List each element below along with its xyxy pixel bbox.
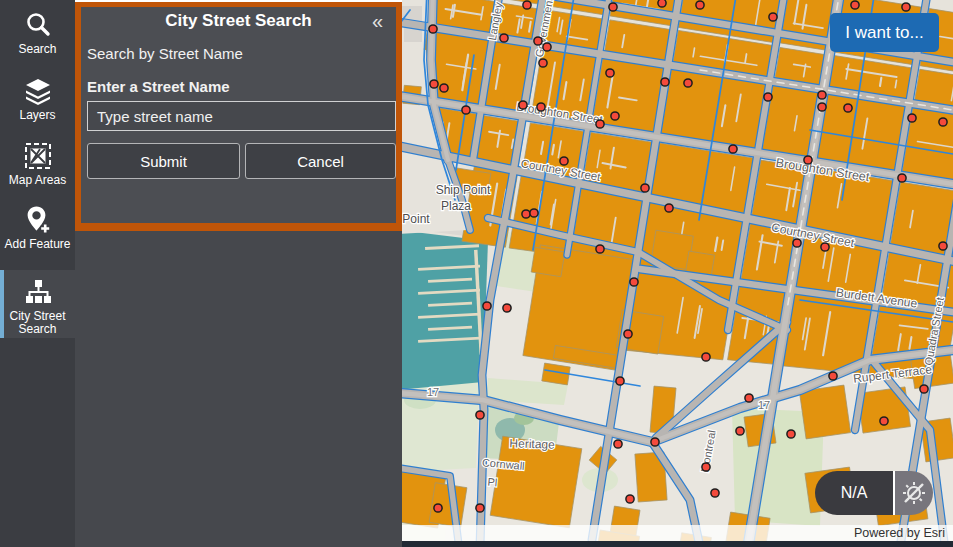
svg-text:17: 17 bbox=[427, 386, 439, 398]
svg-text:17: 17 bbox=[758, 399, 770, 411]
svg-text:Pl: Pl bbox=[487, 476, 498, 489]
svg-text:Powered by Esri: Powered by Esri bbox=[854, 526, 945, 540]
svg-text:Plaza: Plaza bbox=[441, 199, 471, 213]
svg-text:Point: Point bbox=[402, 212, 430, 226]
svg-text:Ship Point: Ship Point bbox=[436, 183, 491, 197]
svg-text:Heritage: Heritage bbox=[509, 436, 555, 452]
